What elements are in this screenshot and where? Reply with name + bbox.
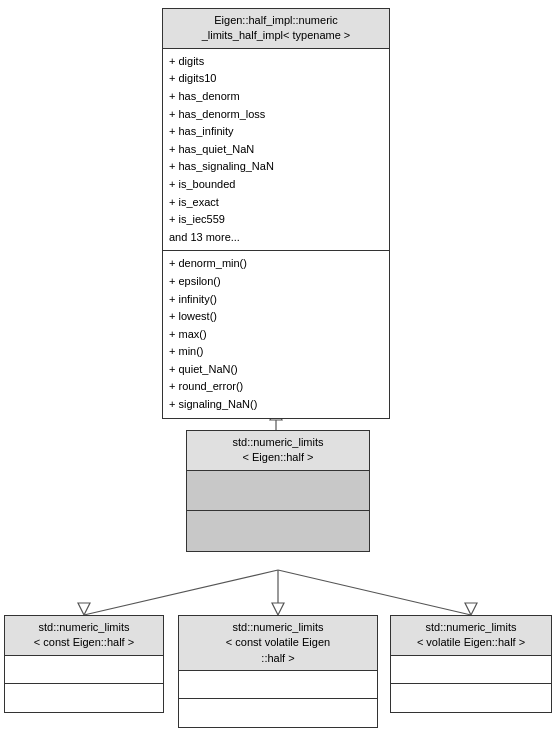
attr-is-bounded: + is_bounded	[169, 176, 383, 194]
method-quiet-nan: + quiet_NaN()	[169, 361, 383, 379]
box-middle-header: std::numeric_limits < Eigen::half >	[187, 431, 369, 471]
box-middle-header-line1: std::numeric_limits	[193, 435, 363, 450]
box-middle: std::numeric_limits < Eigen::half >	[186, 430, 370, 552]
attr-has-denorm-loss: + has_denorm_loss	[169, 106, 383, 124]
svg-marker-5	[78, 603, 90, 615]
box-middle-section1	[187, 471, 369, 511]
attr-and-more: and 13 more...	[169, 229, 383, 247]
box-bottom-right-section1	[391, 656, 551, 684]
diagram-container: Eigen::half_impl::numeric _limits_half_i…	[0, 0, 556, 734]
attr-digits: + digits	[169, 53, 383, 71]
attr-has-quiet-nan: + has_quiet_NaN	[169, 141, 383, 159]
method-lowest: + lowest()	[169, 308, 383, 326]
svg-line-4	[278, 570, 471, 615]
method-epsilon: + epsilon()	[169, 273, 383, 291]
box-top-methods: + denorm_min() + epsilon() + infinity() …	[163, 251, 389, 417]
method-denorm-min: + denorm_min()	[169, 255, 383, 273]
box-middle-header-line2: < Eigen::half >	[193, 450, 363, 465]
method-signaling-nan: + signaling_NaN()	[169, 396, 383, 414]
box-bottom-center-section2	[179, 699, 377, 727]
attr-is-exact: + is_exact	[169, 194, 383, 212]
box-bottom-left-line1: std::numeric_limits	[11, 620, 157, 635]
svg-marker-7	[465, 603, 477, 615]
box-bottom-center-header: std::numeric_limits < const volatile Eig…	[179, 616, 377, 671]
box-top-attributes: + digits + digits10 + has_denorm + has_d…	[163, 49, 389, 252]
box-top-header-text: Eigen::half_impl::numeric _limits_half_i…	[202, 14, 351, 41]
box-bottom-left-header: std::numeric_limits < const Eigen::half …	[5, 616, 163, 656]
box-bottom-right-line2: < volatile Eigen::half >	[397, 635, 545, 650]
method-round-error: + round_error()	[169, 378, 383, 396]
box-top: Eigen::half_impl::numeric _limits_half_i…	[162, 8, 390, 419]
attr-is-iec559: + is_iec559	[169, 211, 383, 229]
box-bottom-right: std::numeric_limits < volatile Eigen::ha…	[390, 615, 552, 713]
box-bottom-center-line1: std::numeric_limits	[185, 620, 371, 635]
box-bottom-right-section2	[391, 684, 551, 712]
attr-digits10: + digits10	[169, 70, 383, 88]
box-bottom-center-line2: < const volatile Eigen	[185, 635, 371, 650]
attr-has-signaling-nan: + has_signaling_NaN	[169, 158, 383, 176]
box-bottom-right-header: std::numeric_limits < volatile Eigen::ha…	[391, 616, 551, 656]
svg-marker-6	[272, 603, 284, 615]
box-bottom-right-line1: std::numeric_limits	[397, 620, 545, 635]
box-bottom-center: std::numeric_limits < const volatile Eig…	[178, 615, 378, 728]
box-top-header: Eigen::half_impl::numeric _limits_half_i…	[163, 9, 389, 49]
box-bottom-left-section1	[5, 656, 163, 684]
attr-has-infinity: + has_infinity	[169, 123, 383, 141]
attr-has-denorm: + has_denorm	[169, 88, 383, 106]
box-bottom-center-line3: ::half >	[185, 651, 371, 666]
method-infinity: + infinity()	[169, 291, 383, 309]
box-middle-section2	[187, 511, 369, 551]
method-max: + max()	[169, 326, 383, 344]
box-bottom-left-section2	[5, 684, 163, 712]
method-min: + min()	[169, 343, 383, 361]
svg-line-2	[84, 570, 278, 615]
box-bottom-left: std::numeric_limits < const Eigen::half …	[4, 615, 164, 713]
box-bottom-left-line2: < const Eigen::half >	[11, 635, 157, 650]
box-bottom-center-section1	[179, 671, 377, 699]
